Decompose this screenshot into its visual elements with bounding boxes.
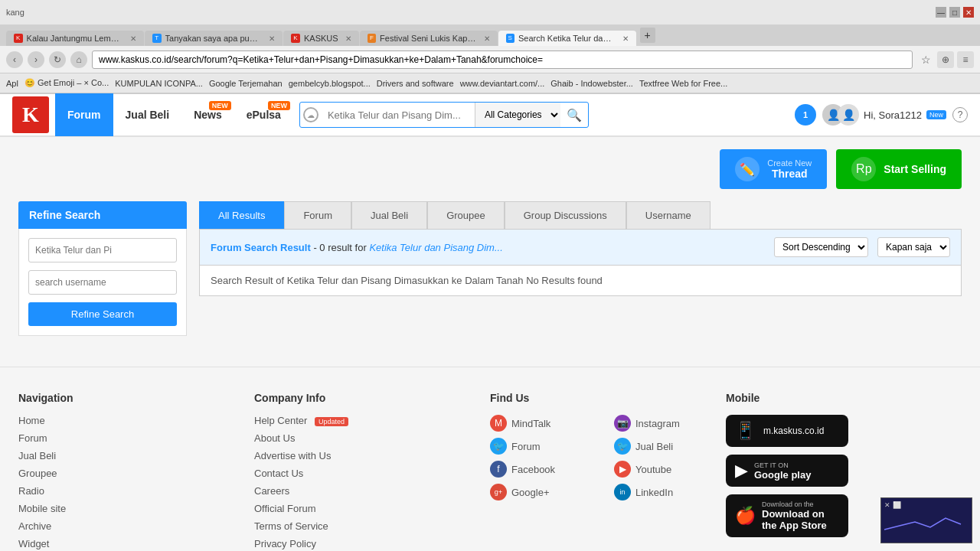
tab-label-2: Tanyakan saya apa pun |... <box>165 34 262 43</box>
footer-link-mobile[interactable]: Mobile site <box>18 503 254 514</box>
notification-btn[interactable]: 1 <box>795 104 816 126</box>
tab-groupee[interactable]: Groupee <box>427 201 505 229</box>
address-input[interactable] <box>92 51 913 69</box>
new-tab-btn[interactable]: + <box>640 28 655 43</box>
category-select[interactable]: All Categories <box>475 103 560 127</box>
help-btn[interactable]: ? <box>952 107 968 122</box>
tab-close-1[interactable]: ✕ <box>130 34 136 43</box>
bookmark-emoji[interactable]: 😊 Get Emoji – × Co... <box>24 78 109 88</box>
google-play-btn[interactable]: ▶ GET IT ON Google play <box>726 455 848 487</box>
tab-5[interactable]: S Search Ketika Telur dan P... ✕ <box>498 31 636 46</box>
news-badge: NEW <box>209 101 231 110</box>
logo[interactable]: K <box>12 96 49 133</box>
tab-close-5[interactable]: ✕ <box>622 34 629 43</box>
tab-close-4[interactable]: ✕ <box>484 34 490 43</box>
nav-forum[interactable]: Forum <box>55 93 113 136</box>
findus-youtube[interactable]: ▶ Youtube <box>614 461 726 478</box>
bookmark-apps[interactable]: Apl <box>6 79 18 88</box>
bookmark-blog[interactable]: gembelcyb.blogspot... <box>289 79 371 88</box>
tab-close-3[interactable]: ✕ <box>345 34 351 43</box>
footer-link-radio[interactable]: Radio <box>18 485 254 497</box>
tab-1[interactable]: K Kalau Jantungmu Lemah... ✕ <box>6 31 144 46</box>
sort-select[interactable]: Sort Descending <box>774 237 868 257</box>
tab-close-2[interactable]: ✕ <box>269 34 275 43</box>
footer-link-widget[interactable]: Widget <box>18 538 254 549</box>
close-btn[interactable]: ✕ <box>963 7 974 18</box>
bookmark-translate[interactable]: Google Terjemahan <box>209 79 283 88</box>
tab-all-results[interactable]: All Results <box>199 201 284 229</box>
home-btn[interactable]: ⌂ <box>70 51 87 68</box>
menu-icon[interactable]: ≡ <box>957 51 974 68</box>
reload-btn[interactable]: ↻ <box>49 51 66 68</box>
findus-googleplus[interactable]: g+ Google+ <box>490 484 602 500</box>
maximize-btn[interactable]: □ <box>949 7 960 18</box>
tab-label-5: Search Ketika Telur dan P... <box>518 34 616 43</box>
time-select[interactable]: Kapan saja <box>877 237 950 257</box>
user-area[interactable]: 👤 👤 Hi, Sora1212 New <box>822 104 946 126</box>
username-input[interactable] <box>28 270 177 295</box>
findus-mindtalk[interactable]: M MindTalk <box>490 415 602 432</box>
bookmark-drivers[interactable]: Drivers and software <box>377 79 454 88</box>
tab-jualbeli[interactable]: Jual Beli <box>351 201 427 229</box>
minimize-btn[interactable]: — <box>936 7 946 18</box>
bookmark-deviantart[interactable]: www.deviantart.com/... <box>460 79 545 88</box>
bookmark-textfree[interactable]: Textfree Web for Free... <box>639 79 727 88</box>
footer-link-careers[interactable]: Careers <box>254 485 490 497</box>
nav-jualbeli[interactable]: Jual Beli <box>113 93 182 136</box>
footer-link-privacy[interactable]: Privacy Policy <box>254 538 490 549</box>
findus-footer-title: Find Us <box>490 392 726 404</box>
footer-link-home[interactable]: Home <box>18 415 254 426</box>
tab-3[interactable]: K KASKUS ✕ <box>283 31 359 46</box>
sort-area: Sort Descending Kapan saja <box>774 237 950 257</box>
footer-link-jualbeli[interactable]: Jual Beli <box>18 450 254 461</box>
tab-forum[interactable]: Forum <box>284 201 351 229</box>
footer-link-helpcenter[interactable]: Help Center Updated <box>254 415 490 426</box>
tab-2[interactable]: T Tanyakan saya apa pun |... ✕ <box>145 31 283 46</box>
bookmark-icon[interactable]: KUMPULAN ICONPA... <box>115 79 203 88</box>
refine-search-btn[interactable]: Refine Search <box>28 302 177 326</box>
tab-group-discussions[interactable]: Group Discussions <box>505 201 626 229</box>
back-btn[interactable]: ‹ <box>6 51 23 68</box>
footer-link-official-forum[interactable]: Official Forum <box>254 503 490 514</box>
footer-link-archive[interactable]: Archive <box>18 520 254 532</box>
bookmark-star-icon[interactable]: ☆ <box>917 51 934 68</box>
findus-instagram[interactable]: 📷 Instagram <box>614 415 726 432</box>
refine-header: Refine Search <box>18 201 187 229</box>
footer-link-terms[interactable]: Terms of Service <box>254 520 490 532</box>
extensions-icon[interactable]: ⊕ <box>937 51 954 68</box>
ticker-close[interactable]: ✕ ⬜ <box>884 501 901 509</box>
keyword-input[interactable] <box>28 238 177 262</box>
bookmark-ghaib[interactable]: Ghaib - Indowebster... <box>550 79 633 88</box>
tab-username[interactable]: Username <box>626 201 710 229</box>
youtube-icon: ▶ <box>614 461 631 478</box>
footer-link-contact[interactable]: Contact Us <box>254 468 490 479</box>
app-store-btn[interactable]: 🍎 Download on the Download on the App St… <box>726 494 848 537</box>
footer-link-about[interactable]: About Us <box>254 432 490 444</box>
action-buttons: ✏️ Create New Thread Rp Start Selling <box>0 137 980 189</box>
mobile-site-btn[interactable]: 📱 m.kaskus.co.id <box>726 415 848 447</box>
start-selling-btn[interactable]: Rp Start Selling <box>836 149 962 189</box>
create-thread-btn[interactable]: ✏️ Create New Thread <box>720 149 827 189</box>
findus-forum[interactable]: 🐦 Forum <box>490 438 602 455</box>
findus-facebook[interactable]: f Facebook <box>490 461 602 478</box>
sidebar-body: Refine Search <box>18 229 187 336</box>
search-button[interactable]: 🔍 <box>560 103 588 127</box>
nav-news[interactable]: News NEW <box>181 93 234 136</box>
forward-btn[interactable]: › <box>28 51 44 68</box>
facebook-icon: f <box>490 461 507 478</box>
tab-label-3: KASKUS <box>304 34 338 43</box>
footer-navigation: Navigation Home Forum Jual Beli Groupee … <box>18 392 254 551</box>
search-input[interactable] <box>322 103 475 127</box>
findus-jualbeli[interactable]: 🐦 Jual Beli <box>614 438 726 455</box>
footer-find-us: Find Us M MindTalk 📷 Instagram 🐦 Forum <box>490 392 726 551</box>
footer-link-groupee[interactable]: Groupee <box>18 468 254 479</box>
user-badge: New <box>926 110 946 119</box>
results-header: Forum Search Result - 0 result for Ketik… <box>200 230 961 266</box>
google-play-text: GET IT ON Google play <box>754 461 811 481</box>
nav-epulsa[interactable]: ePulsa NEW <box>234 93 293 136</box>
tab-4[interactable]: F Festival Seni Lukis Kapur... ✕ <box>360 31 498 46</box>
ticker-canvas: 24 120.0 133.0 <box>884 510 969 540</box>
footer-link-advertise[interactable]: Advertise with Us <box>254 450 490 461</box>
findus-linkedin[interactable]: in LinkedIn <box>614 484 726 500</box>
footer-link-forum[interactable]: Forum <box>18 432 254 444</box>
